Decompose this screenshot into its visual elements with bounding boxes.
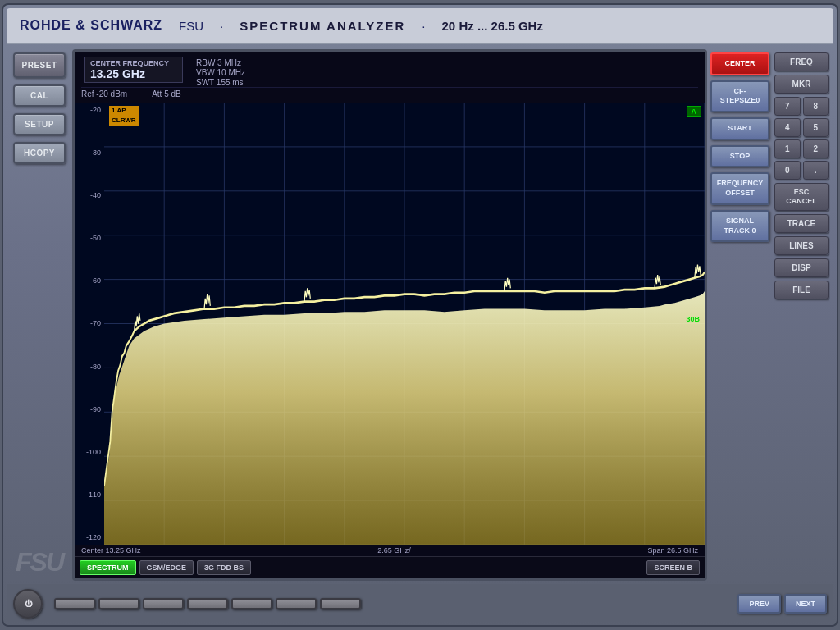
chart-wrapper: -20 -30 -40 -50 -60 -70 -80 -90 -100 -11… [75, 103, 705, 545]
header-model: FSU [179, 19, 203, 33]
y-label-8: -100 [78, 448, 101, 456]
y-label-3: -50 [78, 234, 101, 242]
num-7[interactable]: 7 [774, 97, 801, 116]
bottom-mid-label: 2.65 GHz/ [377, 546, 411, 555]
grid-svg [104, 103, 705, 545]
esc-cancel-button[interactable]: ESC CANCEL [774, 183, 829, 211]
power-button[interactable]: ⏻ [13, 589, 43, 619]
num-5[interactable]: 5 [803, 118, 829, 137]
badge-1ap: 1 AP [109, 106, 139, 116]
signal-track-button[interactable]: SIGNAL TRACK 0 [710, 210, 769, 242]
chart-area: 1 AP CLRWR A 30B [104, 103, 705, 545]
bottom-right-label: Span 26.5 GHz [647, 546, 698, 555]
softkey-screen-b[interactable]: SCREEN B [646, 560, 700, 575]
svg-marker-21 [104, 291, 705, 545]
cf-value: 13.25 GHz [90, 67, 177, 80]
instrument-body: ROHDE & SCHWARZ FSU · SPECTRUM ANALYZER … [2, 3, 838, 627]
center-freq-box: CENTER FREQUENCY 13.25 GHz [84, 57, 183, 83]
preset-button[interactable]: PRESET [13, 52, 66, 78]
setup-button[interactable]: SETUP [13, 113, 66, 135]
num-4[interactable]: 4 [774, 118, 801, 137]
fn-btn-5[interactable] [231, 598, 272, 609]
start-button[interactable]: START [710, 117, 769, 140]
num-dot[interactable]: . [803, 161, 829, 180]
fn-btn-2[interactable] [98, 598, 139, 609]
fn-btn-6[interactable] [276, 598, 317, 609]
y-label-7: -90 [78, 405, 101, 413]
fn-btn-4[interactable] [187, 598, 228, 609]
file-button[interactable]: FILE [774, 281, 829, 299]
badge-area: 1 AP CLRWR [109, 106, 139, 126]
freq-offset-button[interactable]: FREQUENCY OFFSET [710, 172, 769, 204]
num-2[interactable]: 2 [803, 139, 829, 158]
header-title: SPECTRUM ANALYZER [240, 19, 405, 33]
softkey-spectrum[interactable]: SPECTRUM [80, 560, 136, 575]
badge-clrwr: CLRWR [109, 116, 139, 126]
fn-btn-7[interactable] [320, 598, 361, 609]
prev-button[interactable]: PREV [737, 594, 781, 614]
header-bar: ROHDE & SCHWARZ FSU · SPECTRUM ANALYZER … [7, 8, 833, 44]
fn-btn-1[interactable] [54, 598, 95, 609]
screen-container: CENTER FREQUENCY 13.25 GHz RBW 3 MHz VBW… [72, 49, 707, 581]
header-sep1: · [220, 19, 223, 33]
num-1[interactable]: 1 [774, 139, 801, 158]
swt-value: SWT 155 ms [196, 78, 245, 87]
y-label-4: -60 [78, 276, 101, 285]
ref-att-bar: Ref -20 dBm Att 5 dB [81, 87, 698, 100]
header-freq-range: 20 Hz ... 26.5 GHz [442, 19, 543, 33]
chart-bottom-labels: Center 13.25 GHz 2.65 GHz/ Span 26.5 GHz [75, 545, 705, 556]
y-label-10: -120 [78, 533, 101, 541]
y-label-1: -30 [78, 148, 101, 157]
fn-btn-3[interactable] [143, 598, 184, 609]
hcopy-button[interactable]: HCOPY [13, 142, 66, 164]
screen-middle: CENTER FREQUENCY 13.25 GHz RBW 3 MHz VBW… [72, 49, 830, 581]
freq-button[interactable]: FREQ [774, 52, 829, 71]
lines-button[interactable]: LINES [774, 236, 829, 255]
cal-button[interactable]: CAL [13, 84, 66, 107]
marker-a: A [687, 106, 702, 117]
num-8[interactable]: 8 [803, 97, 829, 116]
y-label-0: -20 [78, 106, 101, 114]
rbw-value: RBW 3 MHz [196, 58, 245, 67]
right-softkeys: CENTER CF- STEPSIZE0 START STOP FREQUENC… [707, 49, 773, 581]
softkey-3g-fdd-bs[interactable]: 3G FDD BS [197, 560, 251, 575]
header-sep2: · [422, 19, 425, 33]
cf-stepsize-button[interactable]: CF- STEPSIZE0 [710, 80, 769, 112]
softkey-bar: SPECTRUM GSM/EDGE 3G FDD BS SCREEN B [75, 556, 705, 578]
num-0[interactable]: 0 [774, 161, 801, 180]
left-panel: PRESET CAL SETUP HCOPY FSU [10, 49, 69, 581]
marker-30b: 30B [686, 315, 700, 323]
bottom-fn-bar: ⏻ PREV NEXT [7, 584, 833, 622]
screen-region: CENTER FREQUENCY 13.25 GHz RBW 3 MHz VBW… [72, 49, 830, 581]
main-body: PRESET CAL SETUP HCOPY FSU CENTER FREQUE… [7, 44, 833, 584]
y-label-6: -80 [78, 363, 101, 371]
mkr-button[interactable]: MKR [774, 75, 829, 94]
y-axis: -20 -30 -40 -50 -60 -70 -80 -90 -100 -11… [75, 103, 104, 545]
stop-button[interactable]: STOP [710, 145, 769, 168]
vbw-value: VBW 10 MHz [196, 68, 245, 77]
rbw-info: RBW 3 MHz VBW 10 MHz SWT 155 ms [196, 58, 245, 87]
y-label-5: -70 [78, 319, 101, 327]
disp-button[interactable]: DISP [774, 258, 829, 277]
brand-logo: ROHDE & SCHWARZ [20, 18, 162, 33]
cf-label: CENTER FREQUENCY [90, 59, 177, 67]
bottom-left-label: Center 13.25 GHz [81, 546, 141, 555]
numpad-grid: 7 8 4 5 1 2 0 . [774, 97, 829, 180]
att-value: Att 5 dB [152, 89, 181, 98]
ref-value: Ref -20 dBm [81, 89, 127, 98]
trace-button[interactable]: TRACE [774, 214, 829, 233]
screen-header: CENTER FREQUENCY 13.25 GHz RBW 3 MHz VBW… [75, 52, 705, 103]
center-button[interactable]: CENTER [710, 52, 769, 75]
numpad-panel: FREQ MKR 7 8 4 5 1 2 0 . ESC CANCEL TRAC… [773, 49, 830, 581]
next-button[interactable]: NEXT [784, 594, 827, 614]
y-label-2: -40 [78, 191, 101, 199]
fsu-logo: FSU [13, 547, 66, 578]
softkey-gsm-edge[interactable]: GSM/EDGE [139, 560, 194, 575]
y-label-9: -110 [78, 491, 101, 499]
